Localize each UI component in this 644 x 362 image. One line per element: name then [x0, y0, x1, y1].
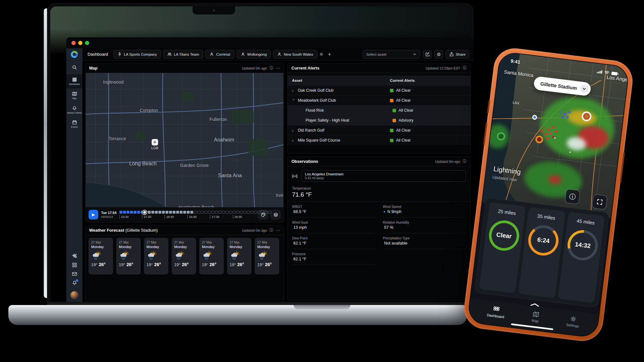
alert-table-row[interactable]: › Meadowlark Golf Club All Clear — [288, 95, 470, 105]
timeline-segment[interactable] — [127, 211, 129, 214]
timeline-segment[interactable] — [134, 211, 137, 214]
forecast-day-card[interactable]: 27 Mar Monday — [89, 238, 113, 274]
timeline-segment[interactable] — [137, 211, 140, 214]
row-expand-chevron-icon[interactable]: › — [292, 138, 295, 143]
phone-nav-item[interactable]: Map — [532, 311, 540, 323]
timeline-segment[interactable] — [180, 211, 183, 214]
asset-tab[interactable]: LA Sports Company — [113, 50, 161, 59]
timeline-segment[interactable] — [169, 211, 172, 214]
timeline-segment[interactable] — [190, 211, 193, 214]
info-icon[interactable]: ⓘ — [270, 227, 273, 233]
notifications-bell[interactable] — [72, 281, 77, 287]
timeline-segment[interactable] — [183, 211, 186, 214]
panel-menu-icon[interactable]: ⋯ — [276, 66, 280, 70]
forecast-day-card[interactable]: 27 Mar Monday — [172, 238, 196, 274]
timeline-segment[interactable] — [215, 211, 218, 214]
timeline-segment[interactable] — [254, 211, 257, 214]
timeline-segment[interactable] — [268, 211, 271, 214]
timeline-segment[interactable] — [158, 211, 161, 214]
forecast-day-card[interactable]: 27 Mar Monday — [116, 238, 141, 274]
alert-table-row[interactable]: › Mile Square Golf Course All Clear — [288, 135, 470, 145]
row-expand-chevron-icon[interactable]: › — [292, 128, 295, 133]
lightning-range-card[interactable]: 25 miles Clear — [479, 202, 526, 293]
timeline-segment[interactable] — [212, 211, 214, 214]
asset-tab[interactable]: LA Titans Team — [163, 50, 203, 59]
timeline-segment[interactable] — [208, 211, 211, 214]
timeline-segment[interactable] — [243, 211, 246, 214]
user-avatar[interactable] — [70, 291, 79, 299]
asset-tab[interactable]: Corrimal — [205, 50, 234, 59]
timeline-segment[interactable] — [247, 211, 250, 214]
timeline-segment[interactable] — [173, 211, 175, 214]
forecast-day-card[interactable]: 27 Mar Monday — [199, 238, 224, 274]
row-expand-chevron-icon[interactable]: › — [291, 99, 296, 102]
forecast-day-card[interactable]: 27 Mar Monday — [227, 238, 251, 274]
timeline-segment[interactable] — [162, 211, 165, 214]
apps-grid-icon[interactable] — [72, 263, 77, 267]
sidebar-item[interactable]: Assets & Alerts — [66, 103, 82, 117]
map-info-button[interactable]: ⓘ — [564, 189, 580, 205]
row-expand-chevron-icon[interactable]: › — [292, 88, 295, 93]
timeline-segment[interactable] — [197, 211, 200, 214]
sparkles-ai-icon[interactable] — [72, 254, 77, 258]
timeline-segment[interactable] — [236, 211, 239, 214]
timeline-segment[interactable] — [201, 211, 204, 214]
timeline-play-button[interactable]: ▶ — [89, 210, 98, 219]
minimize-window-button[interactable] — [78, 41, 82, 45]
share-button[interactable]: Share — [446, 50, 469, 59]
phone-nav-item[interactable]: Settings — [566, 315, 580, 328]
phone-nav-item[interactable]: Dashboard — [487, 305, 505, 319]
map-viewport[interactable]: Inglewood Compton Fullerton Torrance Ana… — [86, 73, 283, 222]
alert-table-row[interactable]: › Flood Risk All Clear — [288, 105, 470, 115]
info-icon[interactable]: ⓘ — [270, 65, 273, 71]
lightning-range-card[interactable]: 45 miles 14:32 — [558, 212, 605, 303]
timeline-position-marker[interactable] — [143, 210, 147, 214]
timeline-segment[interactable] — [194, 211, 197, 214]
add-tab-button[interactable]: + — [326, 51, 334, 57]
timeline-segments[interactable] — [119, 211, 255, 214]
timeline-segment[interactable] — [261, 211, 264, 214]
asset-tab[interactable]: New South Wales — [273, 50, 317, 59]
info-icon[interactable]: ⓘ — [463, 159, 467, 164]
alert-table-row[interactable]: › Oak Creek Golf Club All Clear — [288, 85, 470, 95]
edit-dashboard-button[interactable] — [423, 50, 432, 59]
lightning-range-card[interactable]: 35 miles 6:24 — [518, 207, 565, 298]
select-asset-dropdown[interactable]: Select asset — [363, 50, 420, 59]
sidebar-item[interactable]: Map — [66, 88, 82, 103]
map-layers-button[interactable] — [271, 210, 280, 219]
timeline-segment[interactable] — [258, 211, 260, 214]
timeline-segment[interactable] — [130, 211, 133, 214]
timeline-segment[interactable] — [222, 211, 225, 214]
panel-menu-icon[interactable]: ⋯ — [276, 228, 280, 233]
search-button[interactable] — [72, 65, 77, 71]
zoom-window-button[interactable] — [85, 41, 89, 45]
alert-table-row[interactable]: › Old Ranch Golf All Clear — [288, 125, 470, 135]
timeline-segment[interactable] — [166, 211, 168, 214]
timeline-segment[interactable] — [155, 211, 158, 214]
tab-overflow-menu-icon[interactable]: ≡ — [317, 51, 325, 57]
app-logo[interactable] — [66, 48, 82, 60]
sidebar-item[interactable]: Events — [66, 117, 82, 131]
forecast-day-card[interactable]: 27 Mar Monday — [255, 238, 279, 274]
fullscreen-button[interactable] — [592, 194, 608, 210]
info-icon[interactable]: ⓘ — [463, 65, 467, 71]
settings-button[interactable]: ⚙ — [434, 50, 443, 59]
airport-marker[interactable]: ✈ LGB — [151, 139, 158, 150]
timeline-segment[interactable] — [265, 211, 268, 214]
timeline-segment[interactable] — [151, 211, 154, 214]
timeline-segment[interactable] — [233, 211, 236, 214]
station-selector[interactable]: Los Angeles Downtown 0.41 mi away — [301, 170, 466, 182]
mail-icon[interactable] — [72, 272, 77, 276]
close-window-button[interactable] — [71, 41, 76, 45]
timeline-segment[interactable] — [229, 211, 232, 214]
alert-table-row[interactable]: › Player Safety - High Heat Advisory — [288, 115, 470, 125]
timeline-segment[interactable] — [148, 211, 151, 214]
asset-tab[interactable]: Wollongong — [237, 50, 271, 59]
sidebar-item[interactable]: Dashboard — [66, 74, 82, 88]
timeline-segment[interactable] — [119, 211, 122, 214]
timeline-segment[interactable] — [226, 211, 229, 214]
forecast-day-card[interactable]: 27 Mar Monday — [144, 238, 168, 274]
timeline-segment[interactable] — [187, 211, 190, 214]
timeline-segment[interactable] — [240, 211, 243, 214]
phone-map-viewport[interactable]: + + 9:41 — [482, 52, 630, 218]
